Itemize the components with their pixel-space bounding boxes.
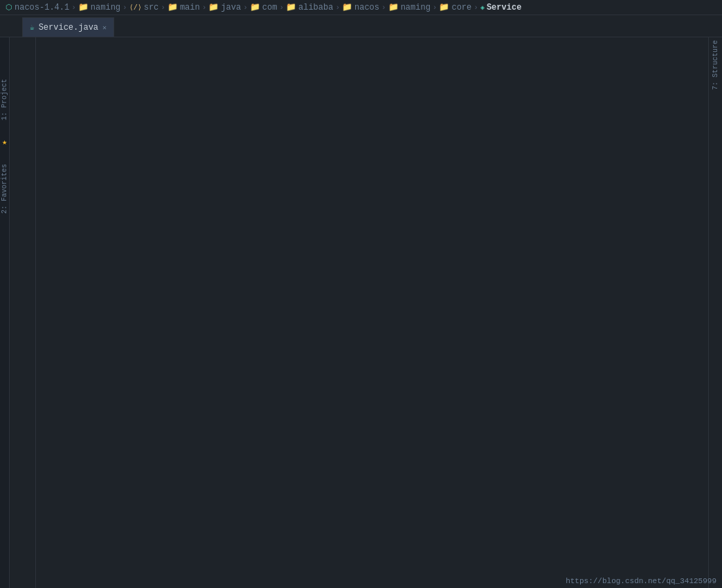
favorites-icon: ★ bbox=[2, 137, 7, 147]
sep6: › bbox=[279, 3, 284, 12]
line-numbers bbox=[10, 37, 36, 588]
breadcrumb-bar: ⬡ nacos-1.4.1 › 📁 naming › ⟨/⟩ src › 📁 m… bbox=[0, 0, 722, 15]
folder-icon-8: 📁 bbox=[439, 2, 449, 12]
sep8: › bbox=[381, 3, 386, 12]
sep4: › bbox=[202, 3, 207, 12]
sep5: › bbox=[243, 3, 248, 12]
class-icon: ◈ bbox=[480, 3, 485, 12]
favorites-panel-label[interactable]: 2: Favorites bbox=[1, 164, 8, 214]
sidebar-panel: 1: Project ★ 2: Favorites bbox=[0, 37, 10, 588]
folder-icon-2: 📁 bbox=[168, 2, 178, 12]
sep7: › bbox=[335, 3, 340, 12]
bc-nacos[interactable]: nacos bbox=[354, 3, 379, 12]
sep3: › bbox=[161, 3, 165, 12]
folder-icon-3: 📁 bbox=[208, 2, 219, 12]
folder-icon-4: 📁 bbox=[250, 2, 260, 12]
sep9: › bbox=[433, 3, 437, 12]
right-panel: 7: Structure bbox=[708, 37, 722, 588]
folder-icon-7: 📁 bbox=[388, 2, 399, 12]
tab-label: Service.java bbox=[39, 23, 98, 33]
code-editor[interactable] bbox=[50, 37, 708, 588]
bc-alibaba[interactable]: alibaba bbox=[298, 3, 333, 12]
folder-icon-6: 📁 bbox=[342, 2, 352, 12]
tab-service-java[interactable]: ☕ Service.java ✕ bbox=[22, 17, 114, 37]
project-panel-label[interactable]: 1: Project bbox=[1, 79, 8, 120]
bc-naming2[interactable]: naming bbox=[401, 3, 431, 12]
status-bar: https://blog.csdn.net/qq_34125999 bbox=[542, 574, 722, 588]
bc-service[interactable]: Service bbox=[487, 3, 521, 12]
url-text: https://blog.csdn.net/qq_34125999 bbox=[566, 577, 716, 585]
sep1: › bbox=[71, 3, 76, 12]
tab-close-button[interactable]: ✕ bbox=[102, 24, 107, 32]
bc-java[interactable]: java bbox=[221, 3, 241, 12]
sep2: › bbox=[123, 3, 127, 12]
bc-main[interactable]: main bbox=[180, 3, 200, 12]
bc-naming[interactable]: naming bbox=[91, 3, 120, 12]
folder-icon-1: 📁 bbox=[78, 2, 89, 12]
sep10: › bbox=[473, 3, 478, 12]
src-icon: ⟨/⟩ bbox=[129, 3, 142, 12]
project-icon: ⬡ bbox=[6, 3, 12, 12]
bc-com[interactable]: com bbox=[262, 3, 278, 12]
structure-panel-label[interactable]: 7: Structure bbox=[712, 40, 719, 90]
bc-src[interactable]: src bbox=[144, 3, 159, 12]
bc-core[interactable]: core bbox=[451, 3, 471, 12]
gutter bbox=[36, 37, 50, 588]
folder-icon-5: 📁 bbox=[286, 2, 296, 12]
java-file-icon: ☕ bbox=[30, 23, 35, 32]
tab-bar: ☕ Service.java ✕ bbox=[0, 15, 722, 37]
breadcrumb-project[interactable]: nacos-1.4.1 bbox=[15, 3, 69, 12]
main-content: 1: Project ★ 2: Favorites 7: Structure bbox=[0, 37, 722, 588]
